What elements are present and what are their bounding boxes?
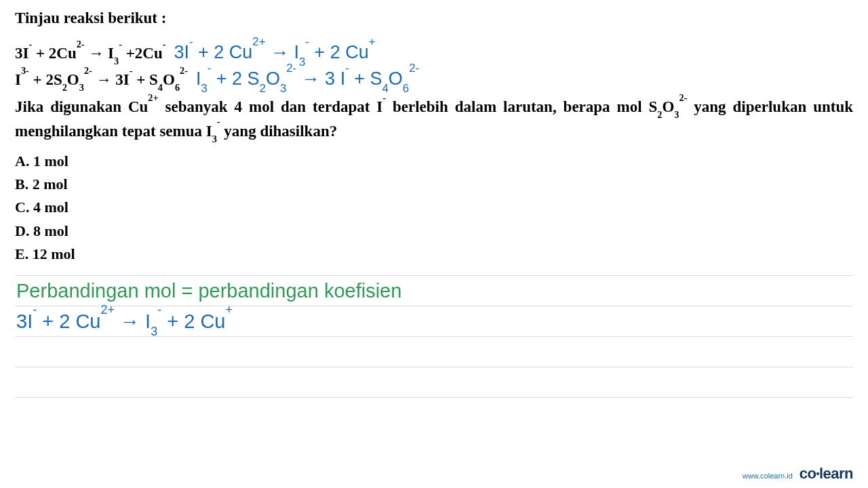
reaction-2-original: I3- + 2S2O32- → 3I- + S4O62- bbox=[15, 71, 188, 89]
reaction-1: 3I- + 2Cu2- → I3- +2Cu- 3I- + 2 Cu2+ → I… bbox=[15, 42, 853, 63]
footer: www.colearn.id co•learn bbox=[743, 465, 853, 483]
option-d: D. 8 mol bbox=[15, 220, 853, 243]
work-line-2: 3I- + 2 Cu2+ → I3- + 2 Cu+ bbox=[15, 306, 853, 337]
page-root: Tinjau reaksi berikut : 3I- + 2Cu2- → I3… bbox=[0, 0, 868, 488]
footer-logo: co•learn bbox=[800, 465, 853, 483]
reaction-2: I3- + 2S2O32- → 3I- + S4O62- I3- + 2 S2O… bbox=[15, 68, 853, 89]
reaction-1-original: 3I- + 2Cu2- → I3- +2Cu- bbox=[15, 45, 165, 62]
prompt-line: Tinjau reaksi berikut : bbox=[15, 9, 853, 27]
work-area: Perbandingan mol = perbandingan koefisie… bbox=[15, 275, 853, 398]
footer-url: www.colearn.id bbox=[743, 472, 793, 480]
option-b: B. 2 mol bbox=[15, 173, 853, 196]
option-c: C. 4 mol bbox=[15, 196, 853, 219]
work-line-3 bbox=[15, 337, 853, 367]
work-line-1: Perbandingan mol = perbandingan koefisie… bbox=[15, 275, 853, 306]
option-e: E. 12 mol bbox=[15, 243, 853, 266]
reaction-2-annotation: I3- + 2 S2O32- → 3 I- + S4O62- bbox=[196, 68, 419, 89]
option-a: A. 1 mol bbox=[15, 150, 853, 173]
question-text: Jika digunakan Cu2+ sebanyak 4 mol dan t… bbox=[15, 95, 853, 143]
work-line-4 bbox=[15, 367, 853, 398]
answer-options: A. 1 mol B. 2 mol C. 4 mol D. 8 mol E. 1… bbox=[15, 150, 853, 265]
reaction-1-annotation: 3I- + 2 Cu2+ → I3- + 2 Cu+ bbox=[174, 42, 375, 63]
